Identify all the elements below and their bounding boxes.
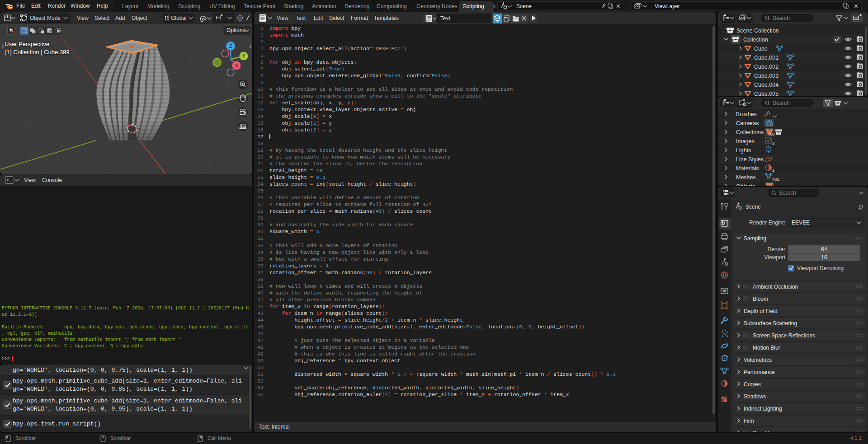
svg-text:Collections: Collections (736, 129, 764, 136)
svg-text:Scene Collection: Scene Collection (736, 28, 779, 34)
svg-text:Subsurface Scattering: Subsurface Scattering (744, 320, 797, 327)
svg-text:Render Engine: Render Engine (749, 220, 785, 226)
svg-text:Volumetrics: Volumetrics (744, 357, 772, 363)
svg-text:EEVEE: EEVEE (792, 220, 810, 226)
svg-text:2: 2 (772, 168, 774, 173)
svg-text:Y: Y (242, 54, 245, 59)
svg-text:Brushes: Brushes (736, 111, 757, 117)
svg-text:Shadows: Shadows (744, 393, 766, 400)
svg-text:Performance: Performance (744, 369, 775, 375)
svg-text:Simplify: Simplify (753, 430, 772, 433)
svg-text:Sampling: Sampling (744, 235, 766, 242)
svg-text:Z: Z (229, 44, 232, 49)
svg-text:64: 64 (821, 246, 827, 252)
svg-text:Collection: Collection (743, 37, 768, 43)
svg-text:Screen Space Reflections: Screen Space Reflections (753, 332, 815, 339)
svg-text:Cube.003: Cube.003 (754, 73, 778, 79)
svg-text:16: 16 (821, 254, 827, 261)
svg-text:Curves: Curves (744, 381, 761, 388)
svg-text:77: 77 (772, 113, 777, 118)
svg-text:Meshes: Meshes (736, 174, 756, 181)
svg-text:Viewport Denoising: Viewport Denoising (797, 265, 844, 271)
svg-text:Cube.005: Cube.005 (754, 91, 778, 97)
svg-text:Materials: Materials (736, 165, 759, 172)
svg-text:Depth of Field: Depth of Field (744, 308, 778, 314)
svg-text:?: ? (768, 148, 769, 151)
svg-text:Global: Global (171, 15, 187, 21)
svg-text:Search: Search (779, 190, 796, 196)
svg-text:Scene: Scene (745, 204, 761, 210)
svg-text:ViewLayer: ViewLayer (655, 3, 680, 9)
svg-text:Scene: Scene (516, 3, 532, 9)
svg-text:Line Styles: Line Styles (736, 156, 764, 163)
svg-text:Motion Blur: Motion Blur (753, 345, 780, 351)
svg-text:Ambient Occlusion: Ambient Occlusion (753, 284, 798, 290)
svg-text:Search: Search (773, 15, 790, 21)
svg-text:Search: Search (773, 100, 790, 106)
svg-text:Film: Film (744, 418, 754, 424)
svg-text:Indirect Lighting: Indirect Lighting (744, 406, 782, 412)
svg-text:Images: Images (736, 138, 755, 145)
svg-text:Render: Render (768, 246, 785, 252)
svg-text:Cameras: Cameras (736, 120, 759, 126)
svg-text:Bloom: Bloom (753, 296, 768, 302)
svg-text:Viewport: Viewport (764, 254, 786, 261)
svg-text:Cube.001: Cube.001 (754, 55, 778, 61)
svg-text:Cube: Cube (754, 46, 768, 52)
svg-text:Cube.004: Cube.004 (754, 82, 778, 88)
svg-text:X: X (235, 63, 238, 68)
svg-text:Cube.002: Cube.002 (754, 64, 778, 70)
svg-text:2: 2 (772, 140, 774, 145)
svg-text:400: 400 (768, 131, 775, 136)
svg-text:401: 401 (772, 177, 779, 182)
svg-text:Object Mode: Object Mode (30, 15, 61, 21)
svg-text:Objects: Objects (736, 183, 755, 187)
svg-text:Text: Text (440, 15, 451, 22)
svg-text:Lights: Lights (736, 147, 751, 154)
